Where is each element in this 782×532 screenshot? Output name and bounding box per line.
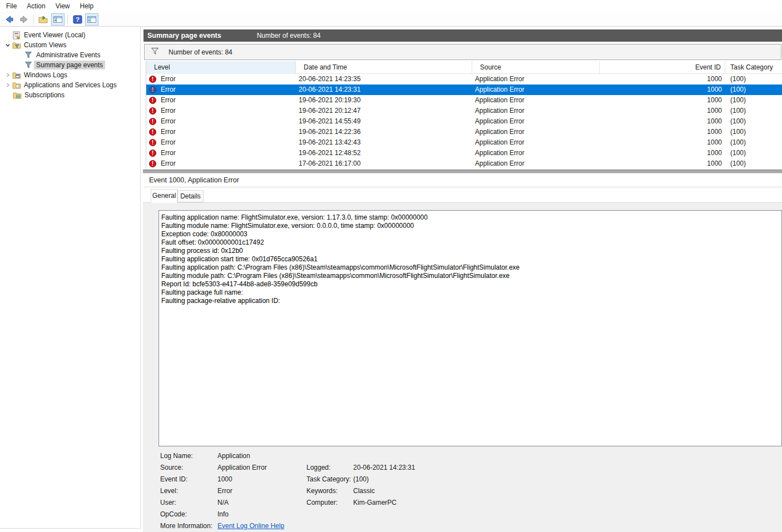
event-row[interactable]: ! Error 19-06-2021 14:22:36 Application … (146, 127, 782, 137)
tree-item-windows-logs[interactable]: Windows Logs (0, 70, 140, 80)
help-icon[interactable]: ? (71, 13, 84, 26)
cell-date-time: 19-06-2021 20:19:30 (299, 95, 360, 106)
detail-row: Source: Application Error Logged: 20-06-… (160, 462, 776, 474)
cell-date-time: 20-06-2021 14:23:35 (299, 74, 360, 84)
cell-task-category: (100) (730, 95, 746, 106)
tree-label: Event Viewer (Local) (22, 31, 88, 39)
cell-task-category: (100) (730, 84, 746, 95)
detail-row: Event ID: 1000 Task Category: (100) (160, 474, 776, 485)
column-header-source[interactable]: Source (472, 61, 600, 74)
description-line: Faulting application start time: 0x01d76… (161, 255, 778, 263)
windows-logs-folder-icon (12, 71, 22, 79)
menu-help[interactable]: Help (75, 1, 99, 12)
event-row[interactable]: ! Error 19-06-2021 20:12:47 Application … (146, 106, 782, 116)
detail-label: Source: (160, 462, 183, 474)
chevron-right-icon[interactable] (3, 71, 12, 79)
filter-icon (24, 61, 34, 69)
column-header-level[interactable]: Level (146, 61, 296, 74)
tree-item-custom-views[interactable]: Custom Views (0, 40, 140, 50)
cell-level: Error (161, 148, 176, 158)
column-header-task-category[interactable]: Task Category (725, 61, 782, 74)
preview-general-pane: Faulting application name: FlightSimulat… (143, 202, 782, 532)
toolbar-separator (67, 14, 68, 24)
event-row[interactable]: ! Error 19-06-2021 20:19:30 Application … (146, 95, 782, 106)
column-header-event-id[interactable]: Event ID (600, 61, 725, 74)
console-tree-icon[interactable] (51, 13, 65, 26)
cell-event-id: 1000 (600, 84, 722, 95)
event-row[interactable]: ! Error 20-06-2021 14:23:31 Application … (146, 84, 782, 95)
event-row[interactable]: ! Error 19-06-2021 13:42:43 Application … (146, 137, 782, 148)
event-list-header: Level Date and Time Source Event ID Task… (146, 61, 782, 74)
console-tree-panel: Event Viewer (Local) Custom Views Admini… (0, 27, 141, 529)
detail-row: User: N/A Computer: Kim-GamerPC (160, 497, 776, 509)
detail-label: Level: (160, 485, 178, 497)
description-line: Faulting application path: C:\Program Fi… (161, 263, 778, 272)
cell-level: Error (161, 106, 176, 116)
cell-date-time: 20-06-2021 14:23:31 (299, 84, 360, 95)
detail-value: Application Error (217, 462, 267, 474)
description-line: Faulting application name: FlightSimulat… (161, 213, 778, 222)
cell-event-id: 1000 (600, 148, 722, 158)
forward-icon[interactable] (17, 13, 31, 26)
cell-event-id: 1000 (600, 137, 722, 148)
tree-item-applications-services-logs[interactable]: Applications and Services Logs (0, 80, 140, 90)
tree-label: Custom Views (22, 41, 68, 49)
menu-action[interactable]: Action (22, 1, 50, 12)
event-row[interactable]: ! Error 19-06-2021 12:48:52 Application … (146, 148, 782, 158)
menu-bar: File Action View Help (0, 0, 782, 12)
cell-date-time: 17-06-2021 16:17:00 (299, 158, 360, 169)
cell-event-id: 1000 (600, 127, 722, 137)
back-icon[interactable] (3, 13, 16, 26)
cell-source: Application Error (475, 148, 524, 158)
more-information-label: More Information: (160, 520, 212, 532)
detail-value: 1000 (217, 474, 232, 485)
event-rows: ! Error 20-06-2021 14:23:35 Application … (146, 74, 782, 169)
tree-item-subscriptions[interactable]: Subscriptions (0, 90, 140, 100)
tree-item-administrative-events[interactable]: Administrative Events (0, 50, 140, 60)
description-line: Faulting module name: FlightSimulator.ex… (161, 222, 778, 230)
cell-task-category: (100) (730, 148, 746, 158)
tab-details[interactable]: Details (177, 190, 204, 202)
event-row[interactable]: ! Error 17-06-2021 16:17:00 Application … (146, 158, 782, 169)
preview-tabs: General Details (143, 187, 782, 202)
results-title-bar: Summary page events Number of events: 84 (143, 29, 782, 42)
cell-level: Error (161, 95, 176, 106)
menu-file[interactable]: File (1, 1, 22, 12)
cell-event-id: 1000 (600, 74, 722, 84)
detail-value-2: 20-06-2021 14:23:31 (353, 462, 415, 474)
open-saved-log-icon[interactable] (37, 13, 50, 26)
cell-level: Error (161, 116, 176, 127)
tab-general[interactable]: General (151, 189, 177, 203)
event-log-online-help-link[interactable]: Event Log Online Help (217, 520, 284, 532)
tree-label: Administrative Events (34, 51, 102, 59)
description-line: Fault offset: 0x0000000001c17492 (161, 238, 778, 247)
preview-splitter[interactable] (143, 170, 782, 173)
cell-date-time: 19-06-2021 12:48:52 (299, 148, 360, 158)
menu-view[interactable]: View (51, 1, 75, 12)
preview-event-title: Event 1000, Application Error (143, 173, 782, 187)
column-header-date-time[interactable]: Date and Time (296, 61, 472, 74)
description-line: Faulting package-relative application ID… (161, 297, 778, 305)
cell-date-time: 19-06-2021 14:55:49 (299, 116, 360, 127)
detail-label: User: (160, 497, 176, 509)
cell-source: Application Error (475, 106, 524, 116)
description-line: Report Id: bcfe5303-e417-44b8-ade8-359e0… (161, 280, 778, 289)
filter-summary-text: Number of events: 84 (169, 48, 232, 56)
chevron-right-icon[interactable] (3, 81, 12, 90)
detail-label-2: Logged: (306, 462, 330, 474)
tree-item-summary-page-events[interactable]: Summary page events (0, 60, 140, 70)
detail-value: Info (217, 509, 229, 520)
detail-label: Log Name: (160, 450, 193, 462)
chevron-down-icon[interactable] (3, 41, 12, 49)
cell-level: Error (161, 127, 176, 137)
event-row[interactable]: ! Error 20-06-2021 14:23:35 Application … (146, 74, 782, 84)
event-description-box[interactable]: Faulting application name: FlightSimulat… (159, 210, 782, 446)
cell-source: Application Error (475, 137, 524, 148)
action-pane-icon[interactable] (85, 13, 98, 26)
event-row[interactable]: ! Error 19-06-2021 14:55:49 Application … (146, 116, 782, 127)
cell-task-category: (100) (730, 74, 746, 84)
detail-value-2: (100) (353, 474, 369, 485)
filter-icon (24, 51, 34, 59)
tree-item-event-viewer-root[interactable]: Event Viewer (Local) (0, 30, 140, 40)
cell-level: Error (161, 84, 176, 95)
